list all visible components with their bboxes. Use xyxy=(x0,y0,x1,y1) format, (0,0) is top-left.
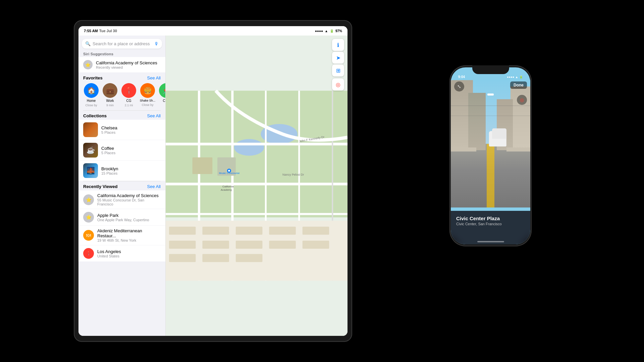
recently-viewed-label: Recently Viewed xyxy=(83,184,117,189)
recent-icon-los-angeles: 📍 xyxy=(83,248,94,259)
iphone-compass-button[interactable]: ◎ xyxy=(517,95,527,105)
svg-text:Academy: Academy xyxy=(221,188,232,191)
recent-name-caos: California Academy of Sciences xyxy=(97,193,161,198)
ipad-time: 7:55 AM xyxy=(84,29,98,33)
collection-name-brooklyn: Brooklyn xyxy=(101,166,118,171)
ipad-status-icons: ●●●● ▲ 🔋 97% xyxy=(315,29,342,33)
mic-icon[interactable]: 🎙 xyxy=(154,41,159,46)
map-area[interactable]: John F Kennedy Dr Nancy Pelosi Dr Califo… xyxy=(166,36,347,336)
map-controls: ℹ ➤ ⊞ ◎ xyxy=(332,39,344,90)
suggestion-name: California Academy of Sciences xyxy=(96,60,157,65)
map-svg: John F Kennedy Dr Nancy Pelosi Dr Califo… xyxy=(166,36,347,336)
svg-rect-28 xyxy=(202,254,229,262)
iphone-notch xyxy=(472,65,509,74)
svg-rect-22 xyxy=(169,241,196,249)
recent-info-apple-park: Apple Park One Apple Park Way, Cupertino xyxy=(97,213,149,222)
fav-label-home: Home xyxy=(87,99,96,103)
collections-label: Collections xyxy=(83,113,107,118)
recent-info-los-angeles: Los Angeles United States xyxy=(97,249,121,258)
fav-icon-work: 💼 xyxy=(103,83,117,98)
recent-info-akdeniz: Akdeniz Mediterranean Restaur... 19 W 46… xyxy=(97,228,161,242)
iphone-battery-icon: 🔋 xyxy=(519,75,523,79)
recent-name-akdeniz: Akdeniz Mediterranean Restaur... xyxy=(97,228,161,238)
favorites-header: Favorites See All xyxy=(78,73,165,82)
recent-icon-apple-park: ⭐ xyxy=(83,212,94,223)
iphone-done-button[interactable]: Done xyxy=(510,81,527,89)
iphone-wifi-icon: ▲ xyxy=(515,75,518,79)
collection-sub-coffee: 5 Places xyxy=(101,151,115,155)
navigation-button[interactable]: ➤ xyxy=(332,52,344,64)
iphone-info-card: Civic Center Plaza Civic Center, San Fra… xyxy=(451,211,530,244)
collections-header: Collections See All xyxy=(78,111,165,120)
svg-text:Music Concourse: Music Concourse xyxy=(219,172,240,175)
favorites-row: 🏠 Home Close by 💼 Work 9 min 📍 CG xyxy=(78,82,165,110)
iphone-signal-icon: ●●●● xyxy=(507,75,514,79)
collection-name-coffee: Coffee xyxy=(101,146,115,151)
search-bar[interactable]: 🔍 Search for a place or address 🎙 xyxy=(82,39,162,49)
collection-brooklyn[interactable]: 🌉 Brooklyn 15 Places xyxy=(78,161,165,181)
collection-coffee[interactable]: ☕ Coffee 5 Places xyxy=(78,140,165,160)
svg-rect-17 xyxy=(169,227,196,235)
fav-item-work[interactable]: 💼 Work 9 min xyxy=(101,83,119,107)
collection-sub-brooklyn: 15 Places xyxy=(101,171,118,175)
recent-los-angeles[interactable]: 📍 Los Angeles United States xyxy=(78,245,165,261)
wifi-icon: ▲ xyxy=(325,29,328,33)
recent-apple-park[interactable]: ⭐ Apple Park One Apple Park Way, Cuperti… xyxy=(78,209,165,225)
collection-thumb-brooklyn: 🌉 xyxy=(83,163,98,178)
search-icon: 🔍 xyxy=(85,41,91,46)
suggestion-text: California Academy of Sciences Recently … xyxy=(96,60,157,69)
recently-viewed-see-all[interactable]: See All xyxy=(147,184,161,189)
recent-name-los-angeles: Los Angeles xyxy=(97,249,121,254)
svg-rect-19 xyxy=(236,227,263,235)
suggestion-sub: Recently viewed xyxy=(96,65,157,69)
favorites-see-all[interactable]: See All xyxy=(147,75,161,80)
battery-icon: 🔋 xyxy=(330,29,334,33)
iphone-place-sub: Civic Center, San Francisco xyxy=(456,222,525,226)
ipad-content: 🔍 Search for a place or address 🎙 Siri S… xyxy=(78,36,347,336)
svg-rect-29 xyxy=(236,254,263,262)
sidebar: 🔍 Search for a place or address 🎙 Siri S… xyxy=(78,36,166,336)
svg-rect-24 xyxy=(236,241,263,249)
done-label: Done xyxy=(514,83,524,87)
recent-sub-akdeniz: 19 W 46th St, New York xyxy=(97,238,161,242)
fav-sub-work: 9 min xyxy=(106,104,114,107)
iphone-home-bar xyxy=(477,241,504,242)
svg-rect-23 xyxy=(202,241,229,249)
recent-sub-apple-park: One Apple Park Way, Cupertino xyxy=(97,218,149,222)
collection-info-coffee: Coffee 5 Places xyxy=(101,146,115,155)
layers-button[interactable]: ⊞ xyxy=(332,64,344,76)
ipad-screen: 7:55 AM Tue Jul 30 ●●●● ▲ 🔋 97% 🔍 xyxy=(78,26,347,336)
fav-item-shake[interactable]: 🍔 Shake Sh... Close by xyxy=(138,83,157,107)
battery-percent: 97% xyxy=(335,29,342,33)
svg-rect-25 xyxy=(269,241,296,249)
svg-rect-18 xyxy=(202,227,229,235)
fav-item-cg[interactable]: 📍 CG 2.1 mi xyxy=(119,83,138,107)
ipad-device: 7:55 AM Tue Jul 30 ●●●● ▲ 🔋 97% 🔍 xyxy=(74,20,352,342)
iphone-back-button[interactable]: ⤡ xyxy=(454,81,464,92)
recent-name-apple-park: Apple Park xyxy=(97,213,149,218)
recent-caos[interactable]: ⭐ California Academy of Sciences 55 Musi… xyxy=(78,190,165,209)
fav-item-home[interactable]: 🏠 Home Close by xyxy=(82,83,101,107)
fav-sub-shake: Close by xyxy=(142,103,153,107)
fav-item-ce[interactable]: 📌 Ce... xyxy=(157,83,165,107)
info-button[interactable]: ℹ xyxy=(332,39,344,51)
siri-suggestion-item[interactable]: ⭐ California Academy of Sciences Recentl… xyxy=(78,57,165,72)
recent-akdeniz[interactable]: 🍽 Akdeniz Mediterranean Restaur... 19 W … xyxy=(78,226,165,245)
compass-button[interactable]: ◎ xyxy=(332,78,344,90)
svg-text:Nancy Pelosi Dr: Nancy Pelosi Dr xyxy=(282,173,304,176)
collection-chelsea[interactable]: Chelsea 5 Places xyxy=(78,120,165,140)
collection-thumb-coffee: ☕ xyxy=(83,143,98,158)
svg-rect-30 xyxy=(193,157,213,174)
ipad-date: Tue Jul 30 xyxy=(99,29,117,33)
fav-sub-home: Close by xyxy=(85,104,97,107)
search-placeholder[interactable]: Search for a place or address xyxy=(93,41,152,46)
collection-name-chelsea: Chelsea xyxy=(101,125,117,130)
fav-label-work: Work xyxy=(106,99,114,103)
compass-icon: ◎ xyxy=(520,97,524,103)
svg-rect-20 xyxy=(269,227,296,235)
collections-see-all[interactable]: See All xyxy=(147,113,161,118)
signal-icon: ●●●● xyxy=(315,29,323,33)
iphone-time: 9:04 xyxy=(458,75,465,79)
siri-suggestions-label: Siri Suggestions xyxy=(78,51,165,57)
iphone-device: 9:04 ●●●● ▲ 🔋 xyxy=(449,65,532,246)
